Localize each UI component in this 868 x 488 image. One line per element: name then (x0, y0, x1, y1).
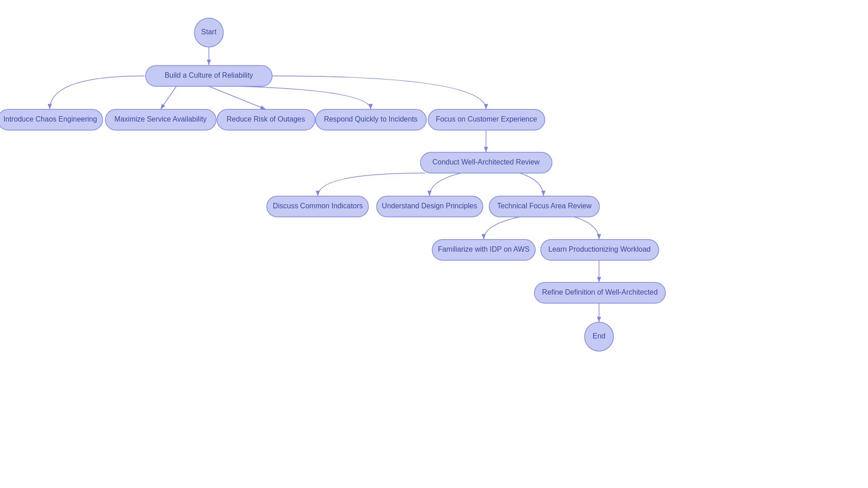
edge-build-respond (240, 86, 371, 109)
discuss-indicators-label: Discuss Common Indicators (273, 202, 363, 210)
start-label: Start (201, 28, 217, 36)
edge-build-reduce (209, 86, 266, 109)
conduct-review-label: Conduct Well-Architected Review (432, 158, 540, 166)
edge-build-focus (271, 76, 486, 109)
edge-technical-learn (574, 217, 599, 239)
edge-technical-familiarize (484, 217, 520, 239)
learn-productionizing-label: Learn Productionizing Workload (548, 245, 651, 253)
technical-focus-label: Technical Focus Area Review (497, 202, 592, 210)
maximize-service-label: Maximize Service Availability (114, 115, 207, 123)
edge-build-maximize (160, 86, 176, 109)
introduce-chaos-label: Introduce Chaos Engineering (3, 115, 97, 123)
edge-conduct-technical (520, 173, 543, 196)
refine-definition-label: Refine Definition of Well-Architected (542, 288, 658, 296)
edge-build-chaos (50, 76, 145, 109)
edge-conduct-understand (429, 173, 461, 196)
focus-customer-label: Focus on Customer Experience (436, 115, 537, 123)
flowchart-diagram: Start Build a Culture of Reliability Int… (0, 0, 868, 488)
end-label: End (593, 332, 605, 340)
reduce-risk-label: Reduce Risk of Outages (226, 115, 305, 123)
familiarize-idp-label: Familiarize with IDP on AWS (438, 245, 530, 253)
understand-design-label: Understand Design Principles (382, 202, 477, 210)
build-culture-label: Build a Culture of Reliability (165, 71, 253, 79)
edge-conduct-discuss (318, 173, 425, 196)
respond-quickly-label: Respond Quickly to Incidents (324, 115, 417, 123)
